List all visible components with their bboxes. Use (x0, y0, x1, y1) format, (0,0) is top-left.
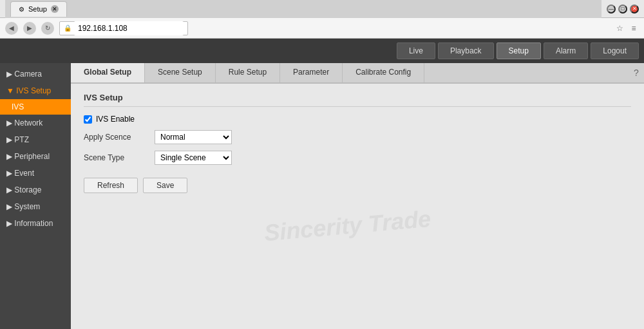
tab-global-setup[interactable]: Global Setup (71, 63, 145, 82)
arrow-icon-peripheral: ▶ (6, 152, 14, 161)
tab-scene-setup[interactable]: Scene Setup (145, 63, 216, 82)
arrow-icon-network: ▶ (6, 118, 14, 127)
arrow-icon-storage: ▶ (6, 185, 14, 194)
tab-rule-setup[interactable]: Rule Setup (216, 63, 280, 82)
save-button[interactable]: Save (143, 178, 187, 193)
sidebar-item-ivs-setup[interactable]: ▼ IVS Setup (0, 82, 71, 99)
content-panel: Sincerity Trade IVS Setup IVS Enable App… (71, 84, 644, 202)
panel-title: IVS Setup (84, 93, 631, 107)
maximize-button[interactable]: □ (618, 5, 627, 14)
tab-calibrate-config[interactable]: Calibrate Config (343, 63, 424, 82)
ivs-enable-row: IVS Enable (84, 115, 631, 124)
nav-playback-button[interactable]: Playback (438, 42, 494, 59)
arrow-icon-ivs: ▼ (6, 86, 16, 95)
sidebar-item-event[interactable]: ▶ Event (0, 165, 71, 182)
sidebar-item-storage[interactable]: ▶ Storage (0, 182, 71, 198)
sidebar-item-ivs[interactable]: IVS (0, 99, 71, 115)
nav-live-button[interactable]: Live (397, 42, 435, 59)
menu-icon[interactable]: ≡ (629, 23, 639, 33)
scene-type-select[interactable]: Single Scene Multiple Scene (155, 151, 232, 165)
watermark: Sincerity Trade (263, 205, 432, 247)
sidebar-item-ptz[interactable]: ▶ PTZ (0, 131, 71, 148)
nav-alarm-button[interactable]: Alarm (544, 42, 588, 59)
sidebar: ▶ Camera ▼ IVS Setup IVS ▶ Network ▶ PTZ… (0, 63, 71, 329)
url-input[interactable] (74, 21, 184, 35)
sidebar-item-camera[interactable]: ▶ Camera (0, 66, 71, 82)
refresh-button[interactable]: Refresh (84, 178, 138, 193)
arrow-icon-ptz: ▶ (6, 135, 14, 144)
apply-scence-select[interactable]: Normal Outdoor Indoor (155, 130, 232, 144)
forward-button[interactable]: ▶ (23, 22, 36, 35)
nav-buttons: Live Playback Setup Alarm Logout (397, 42, 639, 59)
scene-type-row: Scene Type Single Scene Multiple Scene (84, 151, 631, 165)
content-area: Global Setup Scene Setup Rule Setup Para… (71, 63, 644, 329)
tab-favicon: ⚙ (19, 6, 24, 13)
ivs-enable-checkbox[interactable] (84, 115, 92, 124)
sidebar-item-peripheral[interactable]: ▶ Peripheral (0, 148, 71, 165)
close-button[interactable]: ✕ (630, 5, 639, 14)
arrow-icon-information: ▶ (6, 219, 14, 228)
sidebar-item-information[interactable]: ▶ Information (0, 215, 71, 232)
sidebar-item-network[interactable]: ▶ Network (0, 115, 71, 131)
nav-setup-button[interactable]: Setup (497, 42, 541, 59)
help-button[interactable]: ? (629, 63, 644, 82)
browser-tab[interactable]: ⚙ Setup ✕ (10, 1, 67, 17)
apply-scence-row: Apply Scence Normal Outdoor Indoor (84, 130, 631, 144)
tab-title: Setup (28, 5, 47, 13)
back-button[interactable]: ◀ (5, 22, 18, 35)
nav-logout-button[interactable]: Logout (591, 42, 639, 59)
minimize-button[interactable]: — (607, 5, 616, 14)
apply-scence-label: Apply Scence (84, 133, 155, 142)
action-buttons: Refresh Save (84, 178, 631, 193)
tab-parameter[interactable]: Parameter (280, 63, 343, 82)
reload-button[interactable]: ↻ (41, 22, 54, 35)
tab-close-button[interactable]: ✕ (51, 5, 59, 13)
top-nav: Live Playback Setup Alarm Logout (0, 39, 644, 63)
arrow-icon-system: ▶ (6, 202, 14, 211)
sidebar-item-system[interactable]: ▶ System (0, 198, 71, 215)
tab-bar: Global Setup Scene Setup Rule Setup Para… (71, 63, 644, 84)
ivs-enable-label: IVS Enable (96, 115, 135, 124)
scene-type-label: Scene Type (84, 153, 155, 162)
arrow-icon: ▶ (6, 70, 14, 79)
bookmark-icon[interactable]: ☆ (614, 23, 625, 33)
arrow-icon-event: ▶ (6, 169, 14, 178)
lock-icon: 🔒 (64, 24, 71, 32)
